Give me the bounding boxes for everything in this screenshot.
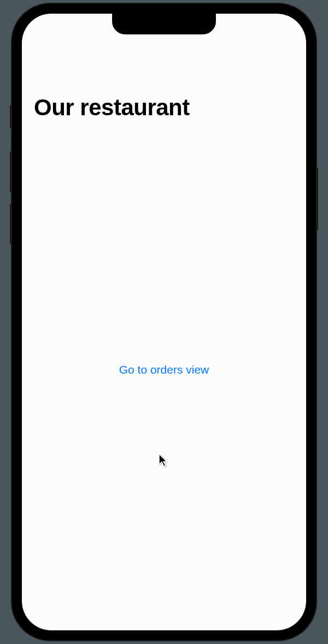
volume-down-button xyxy=(10,203,12,244)
notch xyxy=(112,14,216,34)
go-to-orders-link[interactable]: Go to orders view xyxy=(119,363,209,376)
screen: Our restaurant Go to orders view xyxy=(22,14,306,630)
app-content: Our restaurant Go to orders view xyxy=(22,14,306,630)
page-title: Our restaurant xyxy=(34,94,190,121)
cursor-icon xyxy=(159,453,169,468)
silence-switch xyxy=(10,105,12,128)
phone-frame: Our restaurant Go to orders view xyxy=(12,4,316,640)
power-button xyxy=(316,168,318,231)
volume-up-button xyxy=(10,151,12,192)
